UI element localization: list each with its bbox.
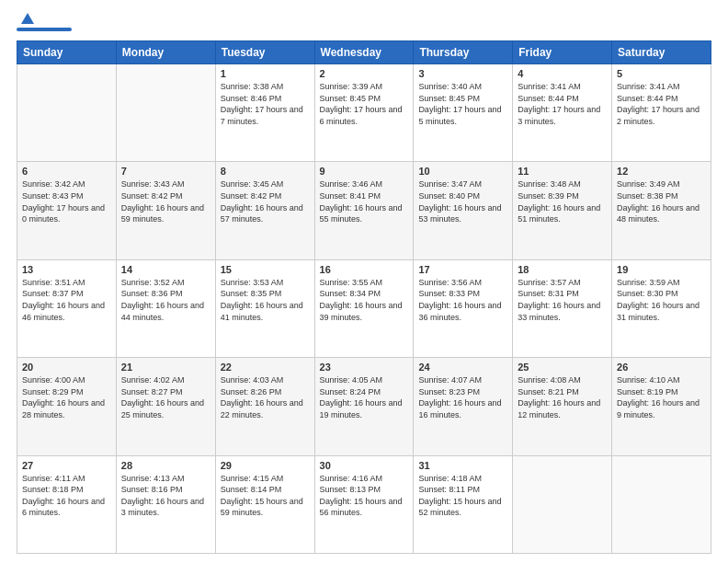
table-row: 12Sunrise: 3:49 AMSunset: 8:38 PMDayligh…: [612, 162, 711, 259]
table-row: 23Sunrise: 4:05 AMSunset: 8:24 PMDayligh…: [314, 358, 414, 455]
col-thursday: Thursday: [414, 41, 513, 64]
day-info: Sunrise: 3:38 AMSunset: 8:46 PMDaylight:…: [221, 81, 310, 127]
col-saturday: Saturday: [612, 41, 711, 64]
day-number: 1: [221, 68, 310, 79]
table-row: 14Sunrise: 3:52 AMSunset: 8:36 PMDayligh…: [116, 259, 215, 357]
day-number: 9: [320, 166, 409, 177]
day-info: Sunrise: 3:41 AMSunset: 8:44 PMDaylight:…: [518, 81, 607, 127]
logo-text: [17, 17, 35, 26]
logo-triangle-icon: [20, 11, 35, 26]
table-row: 25Sunrise: 4:08 AMSunset: 8:21 PMDayligh…: [513, 358, 612, 455]
table-row: 24Sunrise: 4:07 AMSunset: 8:23 PMDayligh…: [414, 358, 513, 455]
table-row: 9Sunrise: 3:46 AMSunset: 8:41 PMDaylight…: [314, 162, 414, 259]
col-tuesday: Tuesday: [215, 41, 314, 64]
table-row: 1Sunrise: 3:38 AMSunset: 8:46 PMDaylight…: [215, 64, 314, 162]
day-number: 6: [22, 166, 111, 177]
day-info: Sunrise: 4:10 AMSunset: 8:19 PMDaylight:…: [617, 374, 706, 420]
day-number: 24: [418, 362, 507, 373]
day-info: Sunrise: 3:45 AMSunset: 8:42 PMDaylight:…: [221, 178, 310, 224]
day-number: 17: [418, 264, 507, 275]
day-info: Sunrise: 4:16 AMSunset: 8:13 PMDaylight:…: [320, 473, 409, 519]
day-number: 30: [320, 460, 409, 471]
calendar-table: Sunday Monday Tuesday Wednesday Thursday…: [17, 40, 711, 554]
table-row: 10Sunrise: 3:47 AMSunset: 8:40 PMDayligh…: [414, 162, 513, 259]
day-number: 20: [22, 362, 111, 373]
day-info: Sunrise: 3:51 AMSunset: 8:37 PMDaylight:…: [22, 277, 111, 323]
day-info: Sunrise: 4:13 AMSunset: 8:16 PMDaylight:…: [121, 473, 210, 519]
table-row: 13Sunrise: 3:51 AMSunset: 8:37 PMDayligh…: [17, 259, 117, 357]
table-row: 28Sunrise: 4:13 AMSunset: 8:16 PMDayligh…: [116, 455, 215, 553]
day-info: Sunrise: 3:43 AMSunset: 8:42 PMDaylight:…: [121, 178, 210, 224]
page: Sunday Monday Tuesday Wednesday Thursday…: [0, 0, 728, 563]
table-row: [513, 455, 612, 553]
day-number: 18: [518, 264, 607, 275]
day-number: 23: [320, 362, 409, 373]
day-info: Sunrise: 3:46 AMSunset: 8:41 PMDaylight:…: [320, 178, 409, 224]
day-info: Sunrise: 3:57 AMSunset: 8:31 PMDaylight:…: [518, 277, 607, 323]
day-info: Sunrise: 4:11 AMSunset: 8:18 PMDaylight:…: [22, 473, 111, 519]
day-info: Sunrise: 3:56 AMSunset: 8:33 PMDaylight:…: [418, 277, 507, 323]
day-number: 12: [617, 166, 706, 177]
day-info: Sunrise: 4:15 AMSunset: 8:14 PMDaylight:…: [221, 473, 310, 519]
day-number: 10: [418, 166, 507, 177]
day-info: Sunrise: 3:40 AMSunset: 8:45 PMDaylight:…: [418, 81, 507, 127]
day-number: 5: [617, 68, 706, 79]
table-row: 11Sunrise: 3:48 AMSunset: 8:39 PMDayligh…: [513, 162, 612, 259]
table-row: 27Sunrise: 4:11 AMSunset: 8:18 PMDayligh…: [17, 455, 117, 553]
header: [17, 17, 711, 31]
table-row: 15Sunrise: 3:53 AMSunset: 8:35 PMDayligh…: [215, 259, 314, 357]
table-row: 19Sunrise: 3:59 AMSunset: 8:30 PMDayligh…: [612, 259, 711, 357]
day-number: 8: [221, 166, 310, 177]
day-number: 29: [221, 460, 310, 471]
table-row: [17, 64, 117, 162]
logo: [17, 17, 72, 31]
svg-marker-0: [21, 13, 34, 24]
day-info: Sunrise: 3:49 AMSunset: 8:38 PMDaylight:…: [617, 178, 706, 224]
table-row: 7Sunrise: 3:43 AMSunset: 8:42 PMDaylight…: [116, 162, 215, 259]
table-row: 21Sunrise: 4:02 AMSunset: 8:27 PMDayligh…: [116, 358, 215, 455]
calendar-week-row: 20Sunrise: 4:00 AMSunset: 8:29 PMDayligh…: [17, 358, 711, 455]
col-wednesday: Wednesday: [314, 41, 414, 64]
day-info: Sunrise: 3:53 AMSunset: 8:35 PMDaylight:…: [221, 277, 310, 323]
day-info: Sunrise: 3:39 AMSunset: 8:45 PMDaylight:…: [320, 81, 409, 127]
table-row: 4Sunrise: 3:41 AMSunset: 8:44 PMDaylight…: [513, 64, 612, 162]
col-friday: Friday: [513, 41, 612, 64]
day-number: 22: [221, 362, 310, 373]
logo-underline: [17, 28, 72, 31]
table-row: 22Sunrise: 4:03 AMSunset: 8:26 PMDayligh…: [215, 358, 314, 455]
day-number: 16: [320, 264, 409, 275]
day-number: 7: [121, 166, 210, 177]
table-row: 16Sunrise: 3:55 AMSunset: 8:34 PMDayligh…: [314, 259, 414, 357]
table-row: 18Sunrise: 3:57 AMSunset: 8:31 PMDayligh…: [513, 259, 612, 357]
table-row: 5Sunrise: 3:41 AMSunset: 8:44 PMDaylight…: [612, 64, 711, 162]
day-number: 3: [418, 68, 507, 79]
day-number: 25: [518, 362, 607, 373]
table-row: 31Sunrise: 4:18 AMSunset: 8:11 PMDayligh…: [414, 455, 513, 553]
day-number: 26: [617, 362, 706, 373]
day-info: Sunrise: 3:52 AMSunset: 8:36 PMDaylight:…: [121, 277, 210, 323]
day-info: Sunrise: 3:59 AMSunset: 8:30 PMDaylight:…: [617, 277, 706, 323]
day-info: Sunrise: 3:55 AMSunset: 8:34 PMDaylight:…: [320, 277, 409, 323]
table-row: 17Sunrise: 3:56 AMSunset: 8:33 PMDayligh…: [414, 259, 513, 357]
day-info: Sunrise: 4:07 AMSunset: 8:23 PMDaylight:…: [418, 374, 507, 420]
day-number: 28: [121, 460, 210, 471]
day-number: 31: [418, 460, 507, 471]
day-info: Sunrise: 3:42 AMSunset: 8:43 PMDaylight:…: [22, 178, 111, 224]
calendar-week-row: 27Sunrise: 4:11 AMSunset: 8:18 PMDayligh…: [17, 455, 711, 553]
calendar-week-row: 6Sunrise: 3:42 AMSunset: 8:43 PMDaylight…: [17, 162, 711, 259]
table-row: 20Sunrise: 4:00 AMSunset: 8:29 PMDayligh…: [17, 358, 117, 455]
day-number: 14: [121, 264, 210, 275]
day-number: 4: [518, 68, 607, 79]
table-row: 3Sunrise: 3:40 AMSunset: 8:45 PMDaylight…: [414, 64, 513, 162]
day-info: Sunrise: 3:48 AMSunset: 8:39 PMDaylight:…: [518, 178, 607, 224]
day-info: Sunrise: 4:03 AMSunset: 8:26 PMDaylight:…: [221, 374, 310, 420]
day-number: 15: [221, 264, 310, 275]
day-number: 2: [320, 68, 409, 79]
table-row: [612, 455, 711, 553]
day-info: Sunrise: 4:02 AMSunset: 8:27 PMDaylight:…: [121, 374, 210, 420]
col-sunday: Sunday: [17, 41, 117, 64]
day-info: Sunrise: 4:05 AMSunset: 8:24 PMDaylight:…: [320, 374, 409, 420]
day-info: Sunrise: 4:00 AMSunset: 8:29 PMDaylight:…: [22, 374, 111, 420]
table-row: 8Sunrise: 3:45 AMSunset: 8:42 PMDaylight…: [215, 162, 314, 259]
table-row: [116, 64, 215, 162]
